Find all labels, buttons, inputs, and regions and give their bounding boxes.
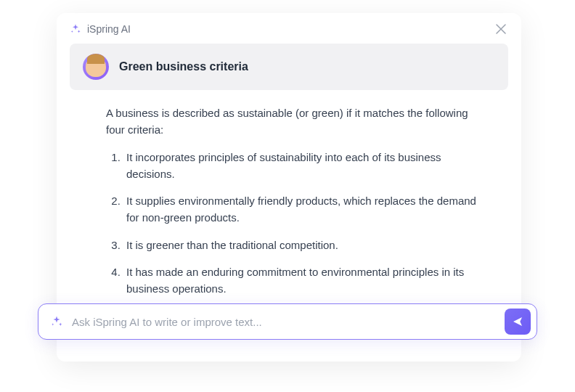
list-item: It supplies environmentally friendly pro… xyxy=(123,192,486,226)
body-text: A business is described as sustainable (… xyxy=(70,105,508,297)
intro-paragraph: A business is described as sustainable (… xyxy=(106,105,484,139)
criteria-list: It incorporates principles of sustainabi… xyxy=(106,149,508,298)
panel-title-group: iSpring AI xyxy=(70,23,131,35)
app-title: iSpring AI xyxy=(87,23,131,35)
topic-card: Green business criteria xyxy=(70,44,508,90)
list-item: It is greener than the traditional compe… xyxy=(123,237,486,253)
sparkle-icon xyxy=(70,23,81,35)
panel-header: iSpring AI xyxy=(57,13,521,44)
prompt-input-bar xyxy=(38,303,537,340)
list-item: It has made an enduring commitment to en… xyxy=(123,264,486,298)
send-button[interactable] xyxy=(505,309,531,335)
avatar xyxy=(83,54,109,80)
list-item: It incorporates principles of sustainabi… xyxy=(123,149,486,183)
topic-title: Green business criteria xyxy=(119,60,248,73)
send-icon xyxy=(512,316,523,327)
close-icon xyxy=(496,24,506,34)
close-button[interactable] xyxy=(494,22,508,36)
prompt-input[interactable] xyxy=(72,316,496,328)
sparkle-icon xyxy=(50,315,63,328)
